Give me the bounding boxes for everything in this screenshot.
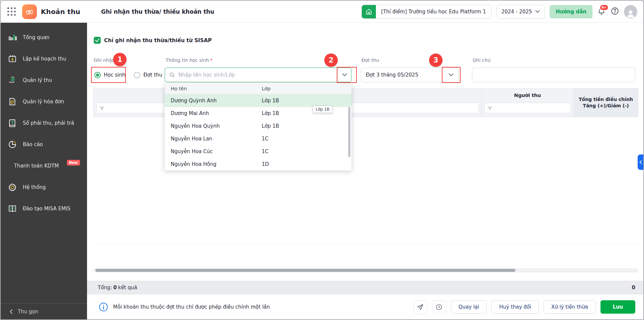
chevron-left-icon bbox=[9, 309, 13, 314]
back-button[interactable]: Quay lại bbox=[451, 300, 487, 314]
app-launcher-icon[interactable] bbox=[7, 7, 16, 16]
cancel-changes-button[interactable]: Huỷ thay đổi bbox=[491, 300, 539, 314]
note-input[interactable] bbox=[472, 68, 635, 82]
required-asterisk: * bbox=[210, 58, 212, 63]
school-selector[interactable]: [Thí điểm] Trường tiểu học Edu Platform … bbox=[361, 5, 492, 19]
student-dropdown-panel: Họ tên Lớp Dương Quỳnh Anh Lớp 1B Dương … bbox=[165, 83, 351, 171]
history-button[interactable] bbox=[432, 300, 446, 314]
sisap-checkbox-label: Chỉ ghi nhận thu thừa/thiếu từ SISAP bbox=[104, 37, 212, 43]
dropdown-col-ho-ten: Họ tên bbox=[165, 86, 262, 91]
student-search-input[interactable] bbox=[178, 72, 339, 78]
dropdown-row[interactable]: Dương Quỳnh Anh Lớp 1B bbox=[165, 94, 351, 107]
open-book-icon bbox=[8, 204, 17, 213]
sidebar-item-bao-cao[interactable]: Báo cáo bbox=[1, 134, 87, 155]
sidebar-item-label: Quản lý thu bbox=[23, 77, 52, 83]
sidebar-item-label: Báo cáo bbox=[23, 141, 43, 147]
info-icon bbox=[98, 302, 108, 312]
svg-text:$: $ bbox=[29, 10, 30, 13]
sidebar-item-tong-quan[interactable]: Tổng quan bbox=[1, 27, 87, 48]
annotation-badge-2: 2 bbox=[324, 54, 338, 67]
sidebar-item-lap-ke-hoach-thu[interactable]: $ Lập kế hoạch thu bbox=[1, 48, 87, 70]
dropdown-row[interactable]: Nguyễn Hoa Lan 1C bbox=[165, 132, 351, 145]
help-button[interactable] bbox=[611, 7, 619, 17]
pie-chart-icon bbox=[8, 140, 17, 149]
annotation-box-1 bbox=[91, 67, 126, 83]
sidebar-item-label: Sổ phải thu, phải trả bbox=[23, 120, 74, 126]
sidebar-collapse-button[interactable]: Thu gọn bbox=[1, 303, 87, 319]
batch-select-value: Đợt 3 tháng 05/2025 bbox=[366, 72, 418, 78]
sidebar-item-label: Lập kế hoạch thu bbox=[23, 56, 66, 62]
sidebar-item-label: Hệ thống bbox=[23, 184, 46, 190]
total-count: 0 bbox=[113, 285, 116, 291]
khoan-thu-app-icon[interactable]: $ bbox=[22, 4, 37, 19]
class-tooltip: Lớp 1B bbox=[313, 106, 332, 113]
dropdown-col-lop: Lớp bbox=[262, 86, 329, 91]
calendar-money-icon: $ bbox=[8, 55, 17, 63]
total-amount: 0 bbox=[632, 285, 635, 291]
new-badge: New bbox=[67, 160, 80, 166]
horizontal-scrollbar[interactable] bbox=[93, 268, 638, 273]
batch-label: Đợt thu bbox=[361, 58, 379, 63]
right-panel-toggle[interactable] bbox=[638, 154, 643, 170]
home-icon bbox=[362, 5, 376, 19]
person-icon bbox=[626, 8, 636, 18]
sidebar-item-so-phai-thu-phai-tra[interactable]: $ Sổ phải thu, phải trả bbox=[1, 112, 87, 134]
note-label: Ghi chú bbox=[473, 58, 491, 63]
nguoi-thu-filter-input[interactable] bbox=[495, 106, 567, 111]
app-window: $ Khoản thu Ghi nhận thu thừa/ thiếu kho… bbox=[0, 0, 644, 320]
sidebar-item-quan-ly-hoa-don[interactable]: Quản lý hóa đơn bbox=[1, 91, 87, 112]
radio-unselected-dot bbox=[134, 72, 140, 78]
dropdown-row[interactable]: Nguyễn Hoa Quỳnh Lớp 1B bbox=[165, 120, 351, 132]
paper-plane-icon bbox=[417, 304, 424, 311]
chevron-left-icon bbox=[639, 160, 642, 164]
table-col-nguoi-thu: Người thu bbox=[482, 89, 574, 117]
save-button[interactable]: Lưu bbox=[600, 300, 635, 314]
sidebar-item-he-thong[interactable]: Hệ thống bbox=[1, 177, 87, 198]
send-button[interactable] bbox=[413, 300, 427, 314]
page-title: Ghi nhận thu thừa/ thiếu khoản thu bbox=[101, 8, 214, 15]
student-search-combobox[interactable] bbox=[165, 68, 351, 82]
footer-action-bar: Mỗi khoản thu thuộc đợt thu chỉ được phé… bbox=[87, 295, 643, 319]
search-icon bbox=[169, 72, 175, 78]
dropdown-scrollbar[interactable] bbox=[348, 107, 350, 157]
gear-icon bbox=[8, 183, 17, 192]
dropdown-row[interactable]: Nguyễn Hoa Hồng 1D bbox=[165, 158, 351, 171]
notification-badge: 9+ bbox=[599, 4, 609, 11]
collapse-label: Thu gọn bbox=[18, 309, 38, 315]
sidebar-item-label: Quản lý hóa đơn bbox=[23, 99, 64, 105]
sisap-checkbox[interactable] bbox=[94, 37, 101, 44]
col-header-nguoi-thu: Người thu bbox=[482, 89, 573, 102]
annotation-box-3 bbox=[442, 67, 461, 83]
radio-dot-thu[interactable]: Đợt thu bbox=[134, 72, 162, 78]
user-avatar[interactable] bbox=[624, 5, 637, 18]
sidebar-item-quan-ly-thu[interactable]: $ Quản lý thu bbox=[1, 70, 87, 91]
scrollbar-thumb[interactable] bbox=[95, 269, 515, 272]
annotation-badge-1: 1 bbox=[113, 53, 127, 66]
handle-surplus-button[interactable]: Xử lý tiền thừa bbox=[544, 300, 596, 314]
school-year-value: 2024 - 2025 bbox=[501, 9, 532, 15]
sidebar-item-label: Đào tạo MISA EMIS bbox=[23, 206, 70, 212]
student-info-label: Thông tin học sinh* bbox=[166, 58, 212, 63]
sidebar-item-dao-tao-misa-emis[interactable]: Đào tạo MISA EMIS bbox=[1, 198, 87, 219]
record-label: Ghi nhận bbox=[94, 58, 115, 63]
funnel-icon bbox=[488, 106, 492, 110]
total-suffix: kết quả bbox=[118, 285, 137, 291]
school-year-select[interactable]: 2024 - 2025 bbox=[496, 5, 545, 19]
dropdown-row[interactable]: Nguyễn Hoa Cúc 1C bbox=[165, 145, 351, 158]
nguoi-thu-filter[interactable] bbox=[484, 103, 571, 113]
sidebar-item-label: Thanh toán KDTM bbox=[14, 163, 59, 169]
notifications-button[interactable]: 9+ bbox=[597, 7, 606, 17]
total-bar: Tổng: 0 kết quả 0 bbox=[87, 281, 643, 294]
money-stack-icon: $ bbox=[25, 7, 34, 16]
radio-dot-thu-label: Đợt thu bbox=[143, 72, 162, 78]
svg-text:$: $ bbox=[12, 78, 14, 81]
annotation-box-2 bbox=[337, 67, 357, 83]
dropdown-header: Họ tên Lớp bbox=[165, 83, 351, 94]
chevron-down-icon bbox=[535, 10, 540, 13]
guide-button[interactable]: Hướng dẫn bbox=[550, 5, 592, 18]
sidebar-item-thanh-toan-kdtm[interactable]: Thanh toán KDTM New bbox=[1, 155, 87, 177]
hand-coin-icon: $ bbox=[8, 76, 17, 85]
table-col-tong-tien: Tổng tiền điều chỉnh Tăng (+)/Giảm (-) bbox=[574, 89, 638, 117]
funnel-icon bbox=[100, 106, 104, 110]
sidebar: Tổng quan $ Lập kế hoạch thu $ Quản lý t… bbox=[1, 23, 87, 319]
